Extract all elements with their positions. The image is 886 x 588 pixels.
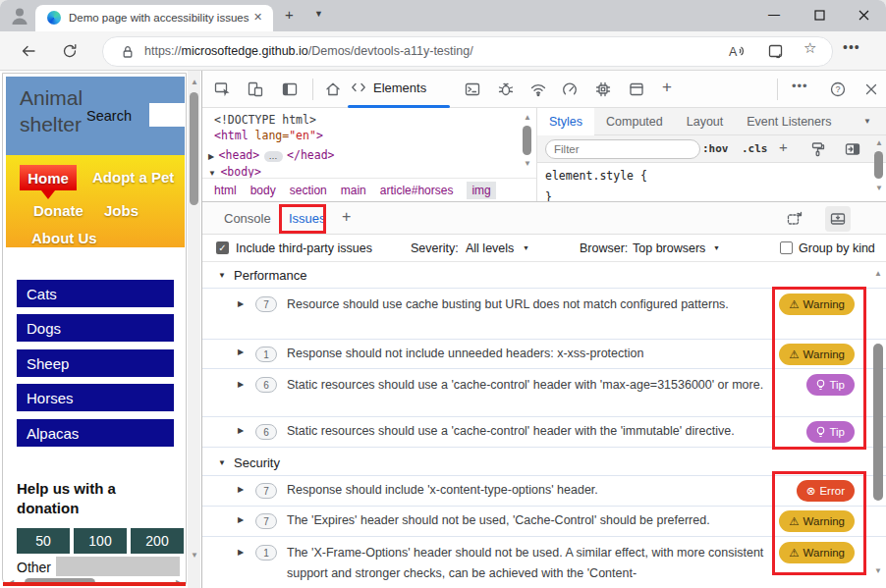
performance-icon[interactable] xyxy=(561,80,579,98)
dom-head-node[interactable]: ▶ <head> … </head> xyxy=(208,145,335,163)
nav-donate[interactable]: Donate xyxy=(33,202,83,219)
dom-scroll-down-icon[interactable]: ▼ xyxy=(524,160,531,168)
tab-styles[interactable]: Styles xyxy=(537,108,594,135)
favorites-star-icon[interactable]: ☆ xyxy=(803,39,816,57)
issues-scroll-up-icon[interactable]: ▲ xyxy=(874,270,882,278)
performance-caret-icon[interactable]: ▼ xyxy=(218,271,226,280)
breadcrumb-img[interactable]: img xyxy=(467,182,495,199)
issue-twisty-icon[interactable]: ▶ xyxy=(238,548,244,557)
dom-scroll-up-icon[interactable]: ▲ xyxy=(524,114,531,122)
inline-expand-icon[interactable]: … xyxy=(264,151,283,162)
application-icon[interactable] xyxy=(628,80,645,98)
tab-console[interactable]: Console xyxy=(224,211,271,226)
new-tab-button[interactable]: + xyxy=(285,6,294,23)
head-twisty-icon[interactable]: ▶ xyxy=(208,152,214,161)
issues-scroll-down-icon[interactable]: ▼ xyxy=(874,567,882,575)
nav-about[interactable]: About Us xyxy=(31,230,97,246)
button-cats[interactable]: Cats xyxy=(17,280,174,307)
breadcrumb-article[interactable]: article#horses xyxy=(380,184,454,197)
browser-tab[interactable]: Demo page with accessibility issues ✕ xyxy=(35,5,273,31)
tab-event-listeners[interactable]: Event Listeners xyxy=(735,108,843,135)
issues-scroll-thumb[interactable] xyxy=(873,344,883,501)
button-sheep[interactable]: Sheep xyxy=(17,349,174,377)
dom-scroll-thumb[interactable] xyxy=(523,126,531,155)
tab-list-chevron-icon[interactable]: ▼ xyxy=(314,9,323,19)
donate-200-button[interactable]: 200 xyxy=(131,528,184,554)
browser-more-menu-icon[interactable]: ••• xyxy=(843,39,860,55)
issue-twisty-icon[interactable]: ▶ xyxy=(238,485,244,494)
drawer-restore-icon[interactable] xyxy=(786,210,803,228)
new-style-rule-button[interactable]: + xyxy=(779,138,788,155)
console-panel-icon[interactable] xyxy=(464,80,481,98)
nav-adopt[interactable]: Adopt a Pet xyxy=(92,169,174,186)
inspect-element-icon[interactable] xyxy=(214,80,232,98)
section-performance[interactable]: ▼ Performance xyxy=(202,262,886,289)
issue-twisty-icon[interactable]: ▶ xyxy=(238,347,244,356)
refresh-icon[interactable] xyxy=(61,42,79,60)
reading-mode-icon[interactable] xyxy=(767,42,786,61)
memory-icon[interactable] xyxy=(594,80,612,98)
page-vscrollbar[interactable]: ▲ ▼ xyxy=(188,71,200,588)
devtools-more-icon[interactable]: ••• xyxy=(792,79,808,93)
styles-scroll-up-icon[interactable]: ▲ xyxy=(875,139,883,147)
dock-drawer-button[interactable] xyxy=(825,206,851,232)
drawer-add-tab-button[interactable]: + xyxy=(342,208,351,226)
vscroll-up-arrow-icon[interactable]: ▲ xyxy=(191,79,198,86)
format-paint-icon[interactable] xyxy=(808,140,826,158)
security-caret-icon[interactable]: ▼ xyxy=(218,458,226,467)
breadcrumb-body[interactable]: body xyxy=(250,184,276,197)
more-tabs-button[interactable]: + xyxy=(662,78,672,97)
nav-jobs[interactable]: Jobs xyxy=(104,202,138,219)
issue-twisty-icon[interactable]: ▶ xyxy=(238,299,244,308)
panel-layout-icon[interactable] xyxy=(281,80,299,98)
donate-50-button[interactable]: 50 xyxy=(17,528,70,554)
back-icon[interactable] xyxy=(20,42,37,60)
tab-layout[interactable]: Layout xyxy=(675,108,736,135)
search-input[interactable] xyxy=(149,103,187,127)
bug-icon[interactable] xyxy=(497,80,515,98)
maximize-button[interactable] xyxy=(797,0,842,29)
network-icon[interactable] xyxy=(529,80,547,98)
vscroll-down-arrow-icon[interactable]: ▼ xyxy=(191,552,198,560)
severity-select[interactable]: All levels xyxy=(466,241,514,255)
browser-select[interactable]: Top browsers xyxy=(633,241,705,255)
styles-scroll-thumb[interactable] xyxy=(874,151,883,179)
device-emulation-icon[interactable] xyxy=(247,80,264,98)
toggle-sidebar-icon[interactable] xyxy=(844,140,861,158)
dom-html-node[interactable]: <html lang="en"> xyxy=(214,129,323,142)
issue-twisty-icon[interactable]: ▶ xyxy=(238,515,244,524)
nav-home[interactable]: Home xyxy=(20,165,77,190)
home-icon[interactable] xyxy=(324,80,342,98)
button-horses[interactable]: Horses xyxy=(17,384,174,411)
styles-scroll-down-icon[interactable]: ▼ xyxy=(875,185,883,192)
button-dogs[interactable]: Dogs xyxy=(17,314,174,342)
tab-close-icon[interactable]: ✕ xyxy=(253,11,262,24)
styles-tabs-chevron-icon[interactable]: ▼ xyxy=(863,117,871,126)
minimize-button[interactable]: — xyxy=(751,0,797,29)
body-twisty-icon[interactable]: ▼ xyxy=(208,169,216,178)
dom-doctype[interactable]: <!DOCTYPE html> xyxy=(214,113,316,127)
breadcrumb-main[interactable]: main xyxy=(341,184,366,197)
lock-icon[interactable] xyxy=(119,43,137,61)
devtools-close-icon[interactable] xyxy=(862,80,880,98)
button-alpacas[interactable]: Alpacas xyxy=(17,419,174,447)
tab-computed[interactable]: Computed xyxy=(594,108,675,135)
donate-100-button[interactable]: 100 xyxy=(74,528,127,554)
help-icon[interactable]: ? xyxy=(829,80,847,98)
address-bar[interactable]: https://microsoftedge.github.io/Demos/de… xyxy=(102,36,833,67)
include-third-party-checkbox[interactable]: ✓ xyxy=(216,241,229,254)
breadcrumb-section[interactable]: section xyxy=(290,184,327,197)
styles-filter-input[interactable] xyxy=(545,139,700,159)
other-amount-input[interactable] xyxy=(56,557,180,576)
profile-avatar[interactable] xyxy=(8,4,31,27)
cls-toggle[interactable]: .cls xyxy=(742,142,768,155)
vscroll-thumb[interactable] xyxy=(190,92,198,205)
hov-toggle[interactable]: :hov xyxy=(702,142,729,155)
group-by-kind-checkbox[interactable] xyxy=(780,241,793,254)
breadcrumb-html[interactable]: html xyxy=(214,184,237,197)
read-aloud-icon[interactable]: A xyxy=(728,42,747,61)
issue-twisty-icon[interactable]: ▶ xyxy=(238,380,244,389)
close-window-button[interactable] xyxy=(841,0,886,29)
issue-twisty-icon[interactable]: ▶ xyxy=(238,426,244,435)
element-style-rule[interactable]: element.style { xyxy=(545,169,647,183)
